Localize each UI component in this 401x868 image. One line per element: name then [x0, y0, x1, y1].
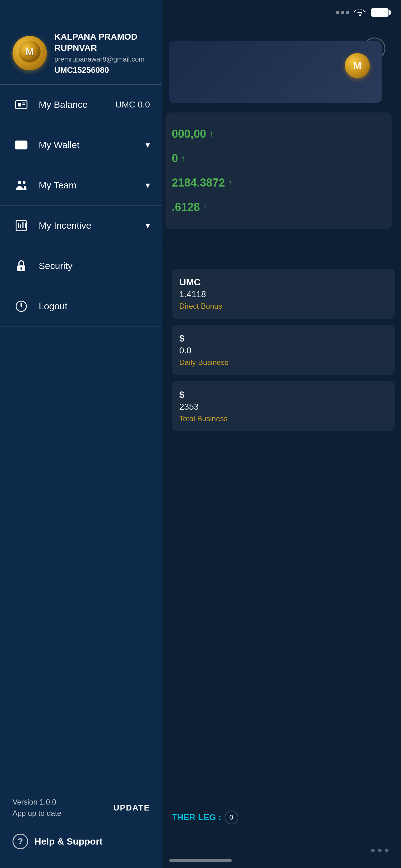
profile-id: UMC15256080 — [54, 65, 150, 75]
values-card: 000,00 ↑ 0 ↑ 2184.3872 ↑ .6128 ↑ — [166, 113, 392, 229]
logout-label: Logout — [39, 301, 150, 312]
other-leg-row: THER LEG : 0 — [166, 804, 398, 831]
home-indicator — [169, 859, 232, 862]
daily-business-currency: $ — [179, 333, 387, 344]
team-label: My Team — [39, 180, 145, 191]
svg-point-9 — [18, 181, 21, 184]
balance-label: My Balance — [39, 99, 115, 110]
svg-rect-3 — [18, 103, 21, 106]
battery-icon — [371, 8, 389, 17]
version-info: Version 1.0.0 App up to date — [12, 797, 61, 819]
dot-1 — [336, 11, 339, 14]
drawer: M KALPANA PRAMOD RUPNVAR premrupanawar8@… — [0, 0, 162, 868]
total-business-label: Total Business — [179, 414, 387, 423]
value-row-4: .6128 ↑ — [172, 195, 386, 219]
menu-item-team[interactable]: My Team ▾ — [0, 165, 162, 206]
update-button[interactable]: UPDATE — [113, 803, 150, 813]
value-row-1: 000,00 ↑ — [172, 122, 386, 146]
incentive-icon — [12, 217, 30, 234]
arrow-up-1: ↑ — [209, 129, 213, 139]
svg-rect-15 — [25, 223, 26, 228]
wallet-label: My Wallet — [39, 140, 145, 150]
value-3: 2184.3872 — [172, 176, 225, 189]
daily-business-card: $ 0.0 Daily Business — [172, 325, 395, 375]
nav-dot-2 — [378, 849, 381, 852]
version-number: Version 1.0.0 — [12, 797, 61, 808]
drawer-footer: Version 1.0.0 App up to date UPDATE ? He… — [0, 785, 162, 868]
menu-items: My Balance UMC 0.0 My Wallet ▾ — [0, 85, 162, 785]
dot-2 — [341, 11, 344, 14]
total-business-card: $ 2353 Total Business — [172, 381, 395, 431]
coin-logo: M — [12, 36, 47, 70]
value-4: .6128 — [172, 200, 200, 214]
svg-point-8 — [24, 144, 25, 146]
balance-value: UMC 0.0 — [115, 100, 150, 110]
menu-item-balance[interactable]: My Balance UMC 0.0 — [0, 85, 162, 125]
profile-name: KALPANA PRAMOD RUPNVAR — [54, 31, 150, 54]
direct-bonus-label: Direct Bonus — [179, 302, 387, 311]
direct-bonus-currency: UMC — [179, 277, 387, 287]
value-1: 000,00 — [172, 127, 206, 141]
signal-dots — [336, 11, 349, 14]
status-icons — [336, 7, 389, 19]
nav-dot-1 — [371, 849, 375, 852]
version-row: Version 1.0.0 App up to date UPDATE — [12, 792, 150, 824]
balance-icon — [12, 96, 30, 114]
wallet-chevron: ▾ — [145, 140, 150, 150]
menu-item-logout[interactable]: Logout — [0, 286, 162, 327]
top-card: M — [169, 41, 382, 103]
value-2: 0 — [172, 152, 178, 165]
daily-business-label: Daily Business — [179, 358, 387, 367]
menu-item-security[interactable]: Security — [0, 246, 162, 286]
wifi-icon — [354, 7, 366, 19]
logout-icon — [12, 298, 30, 315]
nav-dot-3 — [385, 849, 389, 852]
wallet-icon — [12, 136, 30, 154]
menu-item-wallet[interactable]: My Wallet ▾ — [0, 125, 162, 165]
team-icon — [12, 177, 30, 194]
direct-bonus-value: 1.4118 — [179, 289, 387, 299]
coin-logo-letter: M — [19, 41, 41, 66]
total-business-currency: $ — [179, 389, 387, 400]
value-row-2: 0 ↑ — [172, 146, 386, 170]
value-row-3: 2184.3872 ↑ — [172, 170, 386, 195]
bonus-cards: UMC 1.4118 Direct Bonus $ 0.0 Daily Busi… — [166, 269, 401, 431]
other-leg-value: 0 — [225, 810, 238, 824]
help-row[interactable]: ? Help & Support — [12, 827, 150, 862]
incentive-chevron: ▾ — [145, 220, 150, 230]
profile-section: M KALPANA PRAMOD RUPNVAR premrupanawar8@… — [0, 0, 162, 85]
dot-3 — [346, 11, 349, 14]
svg-text:M: M — [26, 46, 34, 58]
coin-right: M — [345, 53, 370, 78]
svg-rect-13 — [20, 224, 21, 228]
arrow-up-3: ↑ — [228, 178, 232, 188]
arrow-up-4: ↑ — [203, 202, 207, 212]
svg-rect-12 — [18, 223, 19, 228]
right-panel: M 000,00 ↑ 0 ↑ 2184.3872 ↑ .6128 ↑ UMC 1… — [162, 0, 401, 868]
menu-item-incentive[interactable]: My Incentive ▾ — [0, 206, 162, 246]
total-business-value: 2353 — [179, 402, 387, 412]
team-chevron: ▾ — [145, 180, 150, 190]
security-icon — [12, 257, 30, 275]
security-label: Security — [39, 260, 150, 271]
profile-email: premrupanawar8@gmail.com — [54, 55, 150, 63]
nav-dots — [371, 849, 389, 852]
direct-bonus-card: UMC 1.4118 Direct Bonus — [172, 269, 395, 319]
help-icon: ? — [12, 834, 28, 849]
help-label: Help & Support — [34, 836, 102, 847]
arrow-up-2: ↑ — [181, 153, 186, 163]
incentive-label: My Incentive — [39, 220, 145, 231]
version-status: App up to date — [12, 808, 61, 819]
profile-info: KALPANA PRAMOD RUPNVAR premrupanawar8@gm… — [54, 31, 150, 75]
svg-point-10 — [23, 181, 26, 184]
svg-rect-14 — [23, 222, 24, 228]
svg-point-17 — [20, 267, 22, 269]
other-leg-label: THER LEG : — [172, 812, 222, 823]
daily-business-value: 0.0 — [179, 346, 387, 355]
